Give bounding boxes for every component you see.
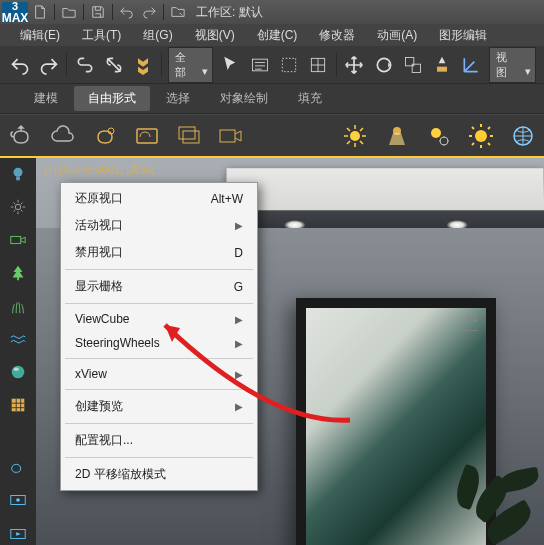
main-toolbar: 全部 视图 [0, 46, 544, 84]
new-file-icon[interactable] [30, 3, 50, 21]
svg-point-26 [16, 499, 20, 503]
tab-selection[interactable]: 选择 [152, 86, 204, 111]
redo-icon[interactable] [139, 3, 159, 21]
unlink-icon[interactable] [102, 52, 125, 78]
link-icon[interactable] [73, 52, 96, 78]
menu-view[interactable]: 视图(V) [185, 25, 245, 46]
sun-icon[interactable] [466, 121, 496, 151]
viewport-label[interactable]: [+] [Camera001] [真实] [44, 162, 154, 177]
menu-create[interactable]: 创建(C) [247, 25, 308, 46]
undo-button[interactable] [8, 52, 31, 78]
svg-point-20 [15, 204, 20, 209]
state-sets-icon[interactable] [174, 121, 204, 151]
tab-object-paint[interactable]: 对象绘制 [206, 86, 282, 111]
svg-point-16 [475, 130, 487, 142]
camera-create-icon[interactable] [6, 228, 30, 251]
ctx-show-grid[interactable]: 显示栅格G [61, 273, 257, 300]
selection-filter-dropdown[interactable]: 全部 [168, 47, 214, 83]
grass-icon[interactable] [6, 294, 30, 317]
menu-tools[interactable]: 工具(T) [72, 25, 131, 46]
material-icon[interactable] [6, 360, 30, 383]
viewport-context-menu: 还原视口Alt+W 活动视口▶ 禁用视口D 显示栅格G ViewCube▶ St… [60, 182, 258, 491]
light-spot-icon[interactable] [382, 121, 412, 151]
placement-icon[interactable] [430, 52, 453, 78]
ctx-2d-pan-zoom[interactable]: 2D 平移缩放模式 [61, 461, 257, 488]
svg-point-18 [14, 167, 23, 176]
svg-point-22 [12, 366, 25, 379]
menu-group[interactable]: 组(G) [133, 25, 182, 46]
redo-button[interactable] [37, 52, 60, 78]
reference-coord-dropdown[interactable]: 视图 [489, 47, 536, 83]
render-setup-icon[interactable] [90, 121, 120, 151]
light-bulb-icon[interactable] [6, 162, 30, 185]
light-omni-icon[interactable] [340, 121, 370, 151]
ctx-viewcube[interactable]: ViewCube▶ [61, 307, 257, 331]
ctx-active-viewport[interactable]: 活动视口▶ [61, 212, 257, 239]
ctx-restore-viewport[interactable]: 还原视口Alt+W [61, 185, 257, 212]
light-settings-icon[interactable] [424, 121, 454, 151]
menu-modifiers[interactable]: 修改器 [309, 25, 365, 46]
select-name-icon[interactable] [248, 52, 271, 78]
tab-populate[interactable]: 填充 [284, 86, 336, 111]
svg-rect-6 [437, 66, 447, 71]
bind-icon[interactable] [132, 52, 155, 78]
tree-icon[interactable] [6, 261, 30, 284]
svg-point-23 [14, 368, 19, 372]
menu-graph[interactable]: 图形编辑 [429, 25, 497, 46]
render-toolbar [0, 114, 544, 158]
cloud-render-icon[interactable] [48, 121, 78, 151]
water-icon[interactable] [6, 327, 30, 350]
rotate-icon[interactable] [372, 52, 395, 78]
select-icon[interactable] [219, 52, 242, 78]
menu-bar: 编辑(E) 工具(T) 组(G) 视图(V) 创建(C) 修改器 动画(A) 图… [0, 24, 544, 46]
uvw-icon[interactable] [6, 394, 30, 417]
svg-rect-11 [220, 130, 235, 142]
camera-sequencer-icon[interactable] [216, 121, 246, 151]
workspace-label[interactable]: 工作区: 默认 [196, 4, 263, 21]
svg-point-15 [440, 137, 448, 145]
svg-rect-21 [11, 236, 21, 243]
select-region-icon[interactable] [278, 52, 301, 78]
activeshade-icon[interactable] [6, 522, 30, 545]
sun-position-icon[interactable] [6, 195, 30, 218]
ribbon-tabs: 建模 自由形式 选择 对象绘制 填充 [0, 84, 544, 114]
ctx-configure-viewport[interactable]: 配置视口... [61, 427, 257, 454]
tab-freeform[interactable]: 自由形式 [74, 86, 150, 111]
open-file-icon[interactable] [59, 3, 79, 21]
title-bar: 3MAX 工作区: 默认 [0, 0, 544, 24]
tab-modeling[interactable]: 建模 [20, 86, 72, 111]
menu-animation[interactable]: 动画(A) [367, 25, 427, 46]
svg-rect-1 [283, 58, 296, 71]
render-production-icon[interactable] [6, 456, 30, 479]
render-iterative-icon[interactable] [6, 489, 30, 512]
move-icon[interactable] [343, 52, 366, 78]
ctx-create-preview[interactable]: 创建预览▶ [61, 393, 257, 420]
scale-icon[interactable] [401, 52, 424, 78]
reference-coord-icon[interactable] [460, 52, 483, 78]
svg-rect-4 [405, 57, 413, 65]
app-logo: 3MAX [2, 2, 28, 22]
window-crossing-icon[interactable] [307, 52, 330, 78]
ctx-steeringwheels[interactable]: SteeringWheels▶ [61, 331, 257, 355]
svg-rect-10 [183, 131, 199, 143]
left-sidebar [0, 158, 36, 545]
undo-icon[interactable] [117, 3, 137, 21]
ctx-disable-viewport[interactable]: 禁用视口D [61, 239, 257, 266]
teapot-icon[interactable] [6, 121, 36, 151]
svg-point-12 [350, 131, 360, 141]
project-icon[interactable] [168, 3, 188, 21]
svg-rect-5 [412, 64, 420, 72]
render-frame-icon[interactable] [132, 121, 162, 151]
svg-rect-24 [12, 399, 25, 412]
save-file-icon[interactable] [88, 3, 108, 21]
ctx-xview[interactable]: xView▶ [61, 362, 257, 386]
scene-plant [424, 445, 544, 545]
svg-rect-9 [179, 127, 195, 139]
menu-edit[interactable]: 编辑(E) [10, 25, 70, 46]
svg-point-14 [431, 128, 441, 138]
svg-rect-19 [16, 176, 20, 180]
sky-icon[interactable] [508, 121, 538, 151]
